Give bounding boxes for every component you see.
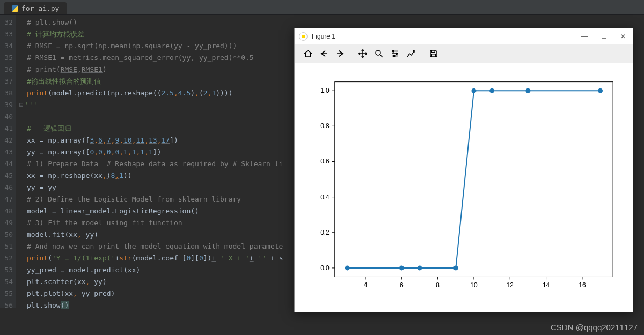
- svg-text:4: 4: [364, 281, 368, 289]
- svg-point-38: [598, 88, 603, 93]
- window-title: Figure 1: [312, 33, 335, 40]
- matplotlib-figure-window: Figure 1 — ☐ ✕ 468101214160.00.20.40.60.…: [294, 28, 633, 312]
- file-tab[interactable]: for_ai.py: [4, 2, 67, 14]
- svg-point-35: [471, 88, 476, 93]
- watermark: CSDN @qqqq20211127: [551, 323, 638, 332]
- svg-text:14: 14: [543, 281, 550, 289]
- svg-point-31: [345, 265, 350, 270]
- svg-text:0.0: 0.0: [320, 264, 330, 272]
- svg-point-2: [396, 53, 398, 55]
- svg-point-34: [453, 265, 458, 270]
- matplotlib-icon: [299, 32, 308, 41]
- svg-text:0.4: 0.4: [320, 193, 330, 201]
- tab-label: for_ai.py: [21, 4, 59, 12]
- save-icon[interactable]: [428, 48, 440, 59]
- back-icon[interactable]: [318, 48, 330, 59]
- tab-bar: for_ai.py: [0, 0, 644, 15]
- minimize-button[interactable]: —: [579, 31, 590, 42]
- line-number-gutter: 3233343536373839404142434445464748495051…: [0, 15, 16, 308]
- svg-point-0: [376, 50, 380, 55]
- configure-icon[interactable]: [389, 48, 401, 59]
- svg-text:10: 10: [470, 281, 478, 289]
- svg-text:12: 12: [507, 281, 514, 289]
- plot-toolbar: [295, 44, 633, 63]
- edit-axes-icon[interactable]: [405, 48, 417, 59]
- close-button[interactable]: ✕: [618, 31, 628, 42]
- svg-text:0.2: 0.2: [320, 229, 330, 236]
- svg-rect-4: [335, 82, 613, 277]
- home-icon[interactable]: [302, 48, 314, 59]
- svg-point-1: [393, 50, 394, 52]
- maximize-button[interactable]: ☐: [598, 31, 609, 42]
- svg-text:0.6: 0.6: [320, 158, 330, 165]
- window-titlebar[interactable]: Figure 1 — ☐ ✕: [295, 28, 633, 44]
- svg-point-36: [489, 88, 494, 93]
- forward-icon[interactable]: [334, 48, 346, 59]
- pan-icon[interactable]: [357, 48, 369, 59]
- svg-point-33: [417, 265, 422, 270]
- svg-point-3: [393, 55, 395, 57]
- svg-text:0.8: 0.8: [320, 122, 330, 130]
- svg-point-32: [399, 265, 404, 270]
- svg-text:6: 6: [400, 281, 404, 289]
- plot-canvas[interactable]: 468101214160.00.20.40.60.81.0: [295, 63, 633, 312]
- svg-point-37: [525, 88, 530, 93]
- svg-text:1.0: 1.0: [320, 87, 330, 94]
- svg-text:16: 16: [579, 281, 586, 289]
- zoom-icon[interactable]: [373, 48, 385, 59]
- svg-text:8: 8: [436, 281, 440, 289]
- python-file-icon: [12, 5, 18, 12]
